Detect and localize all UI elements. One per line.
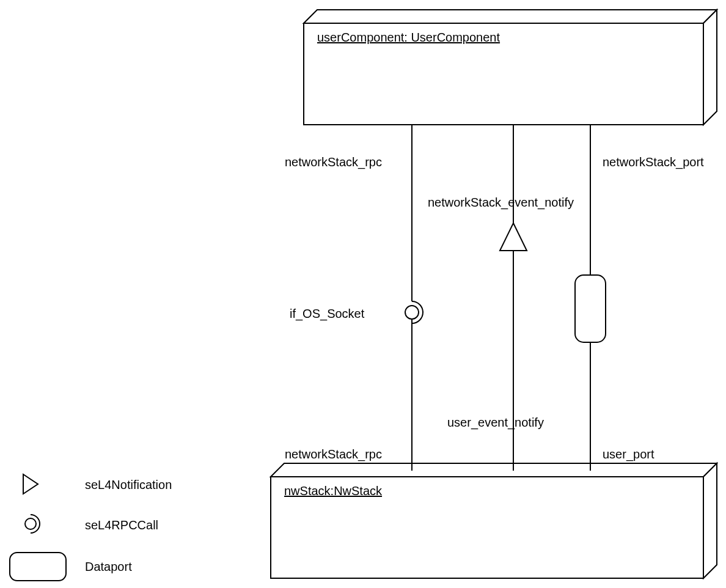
- dataport-symbol: [575, 275, 606, 342]
- component-nwstack: [271, 463, 717, 578]
- legend-rpccall-icon: [25, 515, 40, 533]
- label-interface: if_OS_Socket: [290, 307, 364, 321]
- legend-rpccall-label: seL4RPCCall: [85, 518, 158, 532]
- notify-symbol: [500, 223, 527, 251]
- nwstack-title: nwStack:NwStack: [284, 484, 382, 498]
- svg-marker-5: [703, 463, 717, 578]
- svg-rect-11: [10, 553, 66, 581]
- label-bottom-rpc: networkStack_rpc: [285, 447, 382, 461]
- svg-rect-8: [575, 275, 606, 342]
- label-bottom-notify: user_event_notify: [447, 416, 544, 430]
- label-bottom-port: user_port: [603, 447, 654, 461]
- label-top-port: networkStack_port: [603, 155, 704, 169]
- user-component-title: userComponent: UserComponent: [317, 31, 500, 45]
- component-user: [304, 10, 717, 125]
- legend-notification-label: seL4Notification: [85, 478, 172, 492]
- label-top-rpc: networkStack_rpc: [285, 155, 382, 169]
- svg-marker-4: [271, 463, 717, 477]
- svg-marker-2: [703, 10, 717, 125]
- svg-point-10: [25, 518, 36, 529]
- legend-dataport-icon: [10, 553, 66, 581]
- rpc-symbol: [405, 301, 423, 323]
- component-diagram: [0, 0, 726, 588]
- svg-marker-7: [500, 223, 527, 251]
- legend-notification-icon: [23, 474, 38, 494]
- label-top-notify: networkStack_event_notify: [428, 196, 574, 210]
- legend-dataport-label: Dataport: [85, 560, 132, 574]
- svg-marker-1: [304, 10, 717, 23]
- svg-marker-9: [23, 474, 38, 494]
- svg-point-6: [405, 306, 419, 319]
